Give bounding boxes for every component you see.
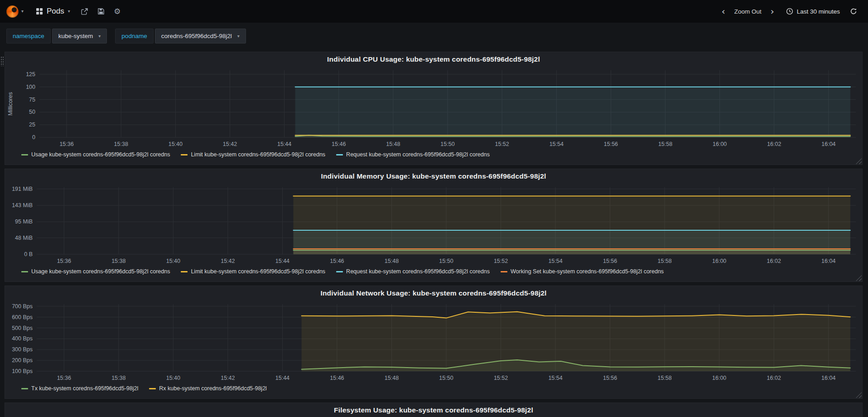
variable-namespace: namespace kube-system ▾	[6, 29, 107, 44]
legend-item[interactable]: Rx kube-system coredns-695f96dcd5-98j2l	[149, 385, 267, 392]
dashboard-grid: Individual CPU Usage: kube-system coredn…	[0, 49, 868, 417]
save-button[interactable]	[93, 0, 109, 23]
legend-item[interactable]: Limit kube-system coredns-695f96dcd5-98j…	[181, 151, 325, 158]
panel-title-cpu[interactable]: Individual CPU Usage: kube-system coredn…	[327, 55, 540, 63]
legend-item[interactable]: Working Set kube-system coredns-695f96dc…	[501, 268, 664, 275]
panel-title-network[interactable]: Individual Network Usage: kube-system co…	[320, 289, 546, 297]
panel-title-memory[interactable]: Individual Memory Usage: kube-system cor…	[321, 172, 546, 180]
time-range-label: Last 30 minutes	[797, 8, 840, 15]
time-shift-back-button[interactable]: ‹	[715, 0, 732, 23]
variable-value-namespace[interactable]: kube-system ▾	[52, 29, 107, 44]
legend-series-name: Limit kube-system coredns-695f96dcd5-98j…	[191, 268, 325, 275]
svg-text:15:50: 15:50	[440, 141, 454, 147]
network-usage-chart[interactable]: 100 Bps200 Bps300 Bps400 Bps500 Bps600 B…	[5, 300, 862, 384]
legend-series-color-icon	[181, 154, 188, 155]
svg-text:15:40: 15:40	[166, 375, 180, 381]
panel-resize-handle[interactable]	[856, 275, 862, 281]
panel-resize-handle[interactable]	[856, 158, 862, 164]
svg-text:75: 75	[29, 97, 35, 103]
refresh-button[interactable]	[845, 0, 862, 23]
svg-text:15:58: 15:58	[658, 141, 672, 147]
variable-value-podname[interactable]: coredns-695f96dcd5-98j2l ▾	[155, 29, 246, 44]
svg-text:700 Bps: 700 Bps	[12, 303, 33, 310]
legend-series-name: Request kube-system coredns-695f96dcd5-9…	[346, 268, 490, 275]
variable-selected-namespace: kube-system	[58, 33, 93, 39]
svg-text:600 Bps: 600 Bps	[12, 314, 33, 320]
panel-header: Individual Network Usage: kube-system co…	[5, 286, 862, 300]
svg-text:191 MiB: 191 MiB	[12, 186, 33, 192]
svg-text:16:02: 16:02	[767, 258, 781, 264]
svg-text:15:56: 15:56	[604, 141, 618, 147]
legend-series-name: Request kube-system coredns-695f96dcd5-9…	[346, 151, 490, 158]
svg-text:50: 50	[29, 109, 35, 115]
legend-series-name: Tx kube-system coredns-695f96dcd5-98j2l	[31, 385, 138, 392]
svg-text:16:00: 16:00	[712, 258, 726, 264]
svg-text:16:04: 16:04	[821, 258, 835, 264]
svg-text:16:00: 16:00	[712, 375, 726, 381]
chevron-left-icon: ‹	[721, 7, 726, 16]
panel-header: Individual CPU Usage: kube-system coredn…	[5, 52, 862, 66]
svg-text:15:54: 15:54	[550, 141, 564, 147]
svg-text:15:56: 15:56	[603, 258, 617, 264]
refresh-icon	[850, 8, 857, 15]
legend-series-color-icon	[21, 271, 28, 272]
time-range-picker[interactable]: Last 30 minutes	[781, 0, 845, 23]
chevron-down-icon: ▾	[237, 34, 240, 39]
panel-resize-handle[interactable]	[856, 392, 862, 398]
svg-text:0: 0	[32, 134, 35, 141]
svg-text:15:52: 15:52	[495, 141, 509, 147]
svg-text:400 Bps: 400 Bps	[12, 335, 33, 342]
svg-text:Millicores: Millicores	[7, 92, 14, 116]
memory-usage-legend: Usage kube-system coredns-695f96dcd5-98j…	[5, 267, 862, 275]
chevron-down-icon: ▾	[21, 9, 24, 14]
svg-text:15:36: 15:36	[59, 141, 73, 147]
panel-title-filesystem[interactable]: Filesystem Usage: kube-system coredns-69…	[334, 406, 533, 414]
svg-text:15:56: 15:56	[603, 375, 617, 381]
legend-item[interactable]: Usage kube-system coredns-695f96dcd5-98j…	[21, 151, 170, 158]
svg-text:15:38: 15:38	[111, 375, 125, 381]
grafana-main-menu[interactable]: ▾	[4, 0, 28, 23]
save-icon	[97, 8, 105, 15]
svg-text:15:52: 15:52	[494, 375, 508, 381]
svg-text:15:40: 15:40	[166, 258, 180, 264]
svg-text:15:46: 15:46	[330, 375, 344, 381]
cpu-usage-chart[interactable]: 025507510012515:3615:3815:4015:4215:4415…	[5, 66, 862, 150]
zoom-out-button[interactable]: Zoom Out	[732, 0, 764, 23]
svg-text:15:48: 15:48	[385, 375, 399, 381]
chevron-down-icon: ▾	[98, 34, 101, 39]
legend-series-color-icon	[336, 154, 343, 155]
row-drag-handle-icon[interactable]	[0, 56, 5, 66]
svg-text:200 Bps: 200 Bps	[12, 357, 33, 364]
chevron-down-icon: ▾	[68, 9, 70, 14]
variable-label-podname: podname	[115, 29, 153, 44]
svg-text:100 Bps: 100 Bps	[12, 368, 33, 374]
share-button[interactable]	[77, 0, 93, 23]
memory-usage-chart[interactable]: 0 B48 MiB95 MiB143 MiB191 MiB15:3615:381…	[5, 183, 862, 267]
svg-text:15:36: 15:36	[57, 258, 71, 264]
legend-item[interactable]: Limit kube-system coredns-695f96dcd5-98j…	[181, 268, 325, 275]
legend-item[interactable]: Request kube-system coredns-695f96dcd5-9…	[336, 268, 490, 275]
settings-button[interactable]: ⚙	[109, 0, 125, 23]
svg-text:15:42: 15:42	[223, 141, 237, 147]
svg-text:16:04: 16:04	[821, 375, 835, 381]
dashboard-picker[interactable]: Pods ▾	[30, 0, 77, 23]
panel-individual-memory-usage: Individual Memory Usage: kube-system cor…	[5, 169, 863, 282]
legend-item[interactable]: Tx kube-system coredns-695f96dcd5-98j2l	[21, 385, 138, 392]
svg-text:15:44: 15:44	[275, 375, 289, 381]
legend-series-color-icon	[336, 271, 343, 272]
time-shift-forward-button[interactable]: ›	[764, 0, 781, 23]
svg-text:25: 25	[29, 121, 35, 128]
legend-series-color-icon	[21, 154, 28, 155]
legend-series-name: Usage kube-system coredns-695f96dcd5-98j…	[31, 268, 170, 275]
navbar-left: ▾ Pods ▾ ⚙	[4, 0, 125, 23]
svg-text:15:50: 15:50	[439, 375, 453, 381]
legend-item[interactable]: Usage kube-system coredns-695f96dcd5-98j…	[21, 268, 170, 275]
svg-text:16:02: 16:02	[767, 375, 781, 381]
legend-item[interactable]: Request kube-system coredns-695f96dcd5-9…	[336, 151, 490, 158]
template-variables-bar: namespace kube-system ▾ podname coredns-…	[0, 23, 868, 49]
variable-label-namespace: namespace	[6, 29, 51, 44]
legend-series-name: Usage kube-system coredns-695f96dcd5-98j…	[31, 151, 170, 158]
svg-text:15:42: 15:42	[221, 375, 235, 381]
svg-text:16:02: 16:02	[767, 141, 781, 147]
svg-text:15:42: 15:42	[221, 258, 235, 264]
